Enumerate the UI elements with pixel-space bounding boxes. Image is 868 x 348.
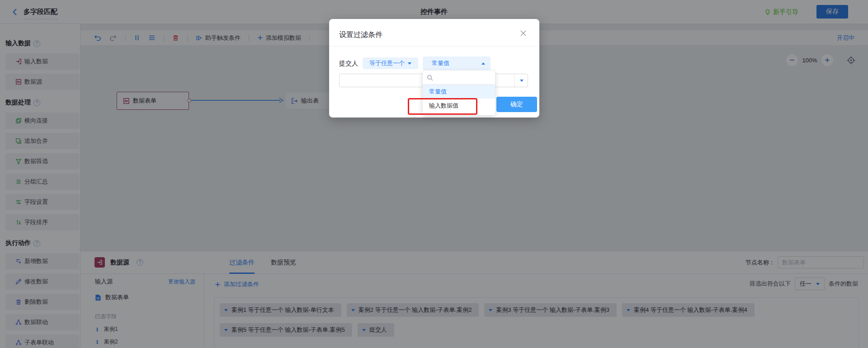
value-type-select[interactable]: 常量值 <box>423 56 491 70</box>
operator-select[interactable]: 等于任意一个 <box>363 57 418 69</box>
confirm-button[interactable]: 确定 <box>496 97 537 112</box>
option-constant-value[interactable]: 常量值 <box>423 85 495 99</box>
search-input[interactable] <box>435 72 492 83</box>
caret-up-icon <box>481 62 485 65</box>
close-icon[interactable] <box>520 30 527 37</box>
dropdown-search <box>423 71 495 85</box>
modal-field-label: 提交人 <box>339 60 358 68</box>
caret-down-icon <box>408 62 411 65</box>
value-type-dropdown: 常量值 输入数据值 <box>423 71 495 115</box>
search-icon <box>427 75 433 81</box>
caret-down-icon[interactable] <box>520 80 524 82</box>
modal-title: 设置过滤条件 <box>339 30 382 40</box>
filter-condition-modal: 设置过滤条件 提交人 等于任意一个 常量值 常量值 输入数据值 确定 <box>329 19 539 118</box>
option-input-data-value[interactable]: 输入数据值 <box>423 99 495 113</box>
